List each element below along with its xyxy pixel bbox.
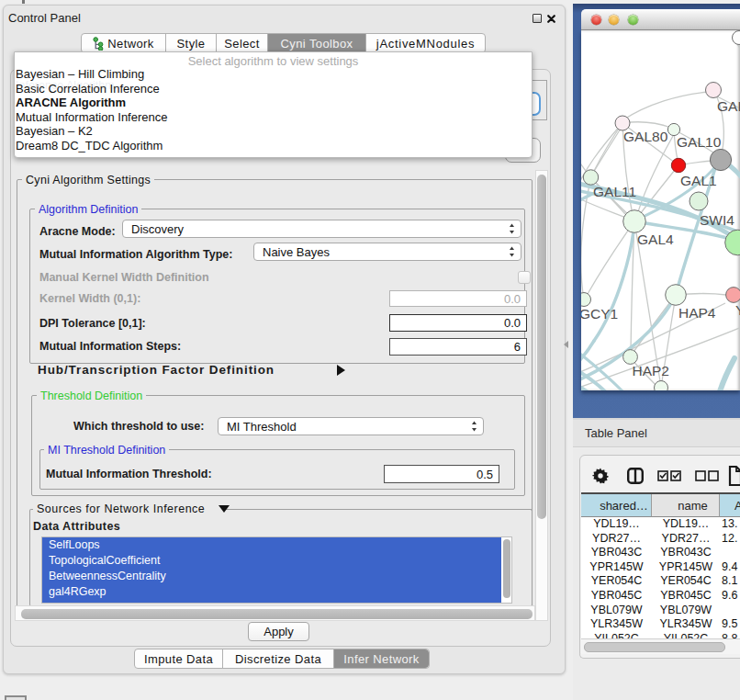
svg-text:GCY1: GCY1: [581, 306, 618, 322]
svg-text:GAL10: GAL10: [677, 134, 722, 150]
svg-text:GAL80: GAL80: [623, 129, 668, 144]
svg-text:GAL1: GAL1: [680, 173, 717, 188]
svg-text:GAL2: GAL2: [717, 98, 740, 114]
svg-text:YHR: YHR: [735, 302, 740, 318]
svg-text:GAL4: GAL4: [637, 231, 674, 247]
svg-text:GAL11: GAL11: [593, 184, 636, 199]
svg-text:HAP2: HAP2: [633, 363, 670, 378]
svg-text:SWI4: SWI4: [700, 212, 734, 228]
svg-text:HAP4: HAP4: [678, 305, 716, 321]
